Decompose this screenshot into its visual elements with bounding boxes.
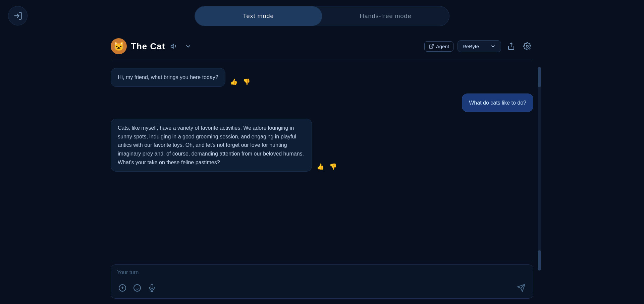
agent-label: Agent bbox=[436, 44, 449, 49]
signin-icon bbox=[13, 11, 22, 20]
ai-message-2: Cats, like myself, have a variety of fav… bbox=[111, 119, 533, 172]
send-button[interactable] bbox=[516, 282, 527, 294]
input-area bbox=[111, 261, 533, 304]
chevron-down-icon bbox=[490, 43, 496, 49]
ai-message-1: Hi, my friend, what brings you here toda… bbox=[111, 68, 533, 87]
input-actions bbox=[117, 282, 527, 294]
reaction-btns-2: 👍 👎 bbox=[315, 162, 338, 172]
avatar: 🐱 bbox=[111, 38, 127, 54]
thumbs-down-2[interactable]: 👎 bbox=[328, 162, 338, 172]
share-button[interactable] bbox=[505, 40, 517, 52]
mic-icon bbox=[148, 284, 156, 292]
svg-marker-1 bbox=[171, 44, 174, 49]
scrollbar-thumb[interactable] bbox=[538, 67, 541, 87]
send-icon bbox=[517, 284, 526, 292]
share-icon bbox=[507, 42, 515, 50]
user-message-1: What do cats like to do? bbox=[111, 94, 533, 112]
agent-button[interactable]: Agent bbox=[424, 41, 453, 52]
scrollbar-track bbox=[538, 67, 541, 270]
thumbs-up-2[interactable]: 👍 bbox=[315, 162, 325, 172]
reaction-btns-1: 👍 👎 bbox=[229, 77, 252, 87]
settings-button[interactable] bbox=[521, 40, 533, 52]
text-mode-button[interactable]: Text mode bbox=[195, 6, 322, 26]
dropdown-button[interactable] bbox=[183, 41, 193, 51]
plus-circle-icon bbox=[118, 284, 126, 292]
signin-button[interactable] bbox=[8, 6, 28, 25]
mode-switcher: Text mode Hands-free mode bbox=[195, 6, 449, 26]
volume-icon bbox=[170, 43, 178, 50]
external-link-icon bbox=[429, 44, 434, 49]
svg-point-4 bbox=[526, 45, 528, 47]
ai-bubble-1-text: Hi, my friend, what brings you here toda… bbox=[118, 74, 218, 80]
emoji-icon bbox=[133, 284, 141, 292]
hands-free-mode-button[interactable]: Hands-free mode bbox=[322, 6, 449, 26]
thumbs-up-1[interactable]: 👍 bbox=[229, 77, 239, 87]
model-selector[interactable]: ReByte bbox=[458, 40, 501, 52]
ai-bubble-2-text: Cats, like myself, have a variety of fav… bbox=[118, 125, 304, 165]
chat-header: 🐱 The Cat Agent ReByte bbox=[111, 33, 533, 60]
mic-button[interactable] bbox=[147, 283, 157, 293]
svg-line-2 bbox=[431, 44, 433, 47]
scrollbar-thumb-bottom[interactable] bbox=[538, 250, 541, 270]
ai-bubble-2: Cats, like myself, have a variety of fav… bbox=[111, 119, 312, 172]
settings-icon bbox=[523, 42, 531, 50]
emoji-button[interactable] bbox=[132, 283, 143, 293]
volume-button[interactable] bbox=[169, 41, 179, 51]
message-input[interactable] bbox=[117, 269, 527, 279]
ai-bubble-1: Hi, my friend, what brings you here toda… bbox=[111, 68, 225, 87]
thumbs-down-1[interactable]: 👎 bbox=[241, 77, 252, 87]
user-bubble-1: What do cats like to do? bbox=[462, 94, 533, 112]
svg-point-8 bbox=[134, 285, 141, 291]
add-button[interactable] bbox=[117, 283, 128, 293]
input-box bbox=[111, 264, 533, 299]
chat-container: 🐱 The Cat Agent ReByte bbox=[111, 33, 533, 304]
model-value: ReByte bbox=[463, 44, 479, 49]
chat-title: The Cat bbox=[131, 41, 165, 52]
messages-area: Hi, my friend, what brings you here toda… bbox=[111, 60, 533, 261]
chevron-down-icon bbox=[184, 43, 192, 50]
user-bubble-1-text: What do cats like to do? bbox=[469, 100, 526, 106]
